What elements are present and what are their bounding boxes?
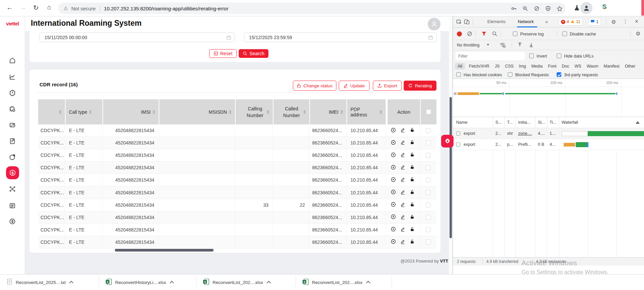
device-toolbar-icon[interactable] bbox=[464, 19, 470, 26]
sidebar-system-icon[interactable] bbox=[9, 105, 16, 113]
has-blocked-cookies-checkbox[interactable] bbox=[456, 72, 461, 77]
forward-icon[interactable]: → bbox=[19, 4, 26, 11]
search-network-icon[interactable] bbox=[492, 31, 497, 37]
edit-icon[interactable] bbox=[400, 227, 405, 233]
col-calling-number[interactable]: Calling Number bbox=[235, 99, 273, 124]
edit-icon[interactable] bbox=[400, 165, 405, 171]
chip[interactable]: Wasm bbox=[584, 63, 601, 70]
network-settings-icon[interactable]: ⚙ bbox=[636, 30, 640, 37]
date-from-input[interactable] bbox=[45, 35, 200, 40]
edit-icon[interactable] bbox=[400, 239, 405, 245]
unlock-icon[interactable] bbox=[410, 152, 415, 158]
col-called-number[interactable]: Called Number bbox=[273, 99, 309, 124]
sidebar-home-icon[interactable] bbox=[9, 57, 16, 64]
row-checkbox[interactable] bbox=[426, 178, 431, 183]
horizontal-scrollbar[interactable] bbox=[115, 249, 214, 252]
unlock-icon[interactable] bbox=[410, 140, 415, 146]
download-caret-icon[interactable] bbox=[170, 281, 174, 285]
view-icon[interactable] bbox=[391, 189, 396, 196]
edit-icon[interactable] bbox=[400, 127, 405, 133]
home-icon[interactable]: ⌂ bbox=[47, 3, 51, 11]
cdr-row[interactable]: CDCYPK... E - LTE 452048822815434 862366… bbox=[38, 124, 436, 137]
download-caret-icon[interactable] bbox=[267, 281, 271, 285]
unlock-icon[interactable] bbox=[410, 127, 415, 133]
grid-col-status[interactable]: S... bbox=[495, 120, 502, 125]
chip[interactable]: Media bbox=[529, 63, 545, 70]
key-icon[interactable] bbox=[511, 6, 517, 11]
edit-icon[interactable] bbox=[400, 140, 405, 146]
tab-elements[interactable]: Elements bbox=[487, 19, 505, 24]
devtools-settings-icon[interactable]: ⚙ bbox=[611, 19, 616, 25]
update-button[interactable]: Update bbox=[339, 81, 370, 91]
view-icon[interactable] bbox=[391, 239, 396, 245]
sidebar-analytics-icon[interactable] bbox=[9, 73, 16, 81]
row-checkbox[interactable] bbox=[426, 165, 431, 170]
sidebar-disc-icon[interactable] bbox=[9, 154, 16, 161]
view-icon[interactable] bbox=[391, 214, 396, 220]
request-checkbox[interactable] bbox=[456, 131, 460, 135]
devtools-menu-icon[interactable]: ⋮ bbox=[623, 18, 628, 24]
disable-cache-checkbox[interactable] bbox=[562, 31, 567, 36]
zoom-out-icon[interactable] bbox=[522, 6, 528, 11]
blocked-icon[interactable] bbox=[534, 6, 540, 11]
grid-col-initiator[interactable]: Initia... bbox=[518, 120, 531, 125]
date-from-field[interactable] bbox=[39, 32, 235, 42]
inspect-icon[interactable] bbox=[456, 19, 462, 26]
download-item[interactable]: X ReconvertList_202....xlsx bbox=[302, 275, 370, 290]
view-icon[interactable] bbox=[391, 165, 396, 171]
chip[interactable]: JS bbox=[492, 63, 502, 70]
request-row[interactable]: export 2... xhr zone.... 4.... 1... bbox=[453, 128, 644, 139]
invert-checkbox[interactable] bbox=[529, 54, 534, 58]
clear-icon[interactable] bbox=[467, 31, 472, 37]
sidebar-sim-icon[interactable] bbox=[9, 121, 16, 129]
cdr-row[interactable]: CDCYPK... E - LTE 452048822815434 862366… bbox=[38, 174, 436, 186]
more-tabs-icon[interactable]: » bbox=[545, 19, 548, 24]
row-checkbox[interactable] bbox=[426, 215, 431, 220]
request-row[interactable]: export 2... p... Prefli... 0 B 4... bbox=[453, 139, 644, 150]
grid-col-name[interactable]: Name bbox=[456, 120, 467, 125]
bookmark-star-icon[interactable] bbox=[557, 6, 562, 11]
view-icon[interactable] bbox=[391, 226, 396, 233]
chip[interactable]: Manifest bbox=[601, 63, 622, 70]
record-icon[interactable] bbox=[457, 31, 462, 36]
timeline-overview[interactable]: 50 ms 100 ms 150 ms bbox=[453, 79, 644, 117]
cdr-row[interactable]: CDCYPK... E - LTE 452048822815434 33 22 … bbox=[38, 199, 436, 211]
grid-col-size[interactable]: Si... bbox=[538, 120, 545, 125]
user-avatar[interactable] bbox=[428, 18, 440, 30]
grid-col-waterfall[interactable]: Waterfall bbox=[562, 120, 578, 125]
blocked-requests-checkbox[interactable] bbox=[508, 72, 512, 77]
cdr-row[interactable]: CDCYPK... E - LTE 452048822815434 862366… bbox=[38, 186, 436, 199]
scrollbar-thumb[interactable] bbox=[450, 97, 452, 238]
col-imei[interactable]: IMEI bbox=[309, 99, 346, 124]
col-imsi[interactable]: IMSI bbox=[102, 99, 159, 124]
third-party-checkbox[interactable] bbox=[557, 72, 561, 77]
edit-icon[interactable] bbox=[400, 177, 405, 183]
sidebar-revenue-icon[interactable]: $ bbox=[9, 218, 16, 225]
reset-button[interactable]: Reset bbox=[209, 49, 237, 58]
row-checkbox[interactable] bbox=[426, 202, 431, 207]
row-checkbox[interactable] bbox=[426, 239, 431, 245]
throttling-select[interactable]: No throttling bbox=[457, 43, 479, 47]
issues-badge[interactable]: 1 bbox=[588, 18, 601, 25]
chip[interactable]: Img bbox=[516, 63, 529, 70]
view-icon[interactable] bbox=[391, 140, 396, 146]
sidebar-integration-icon[interactable] bbox=[9, 185, 16, 193]
col-msisdn[interactable]: MSISDN bbox=[159, 99, 235, 124]
row-checkbox[interactable] bbox=[426, 128, 431, 133]
unlock-icon[interactable] bbox=[410, 190, 415, 196]
preserve-log-checkbox[interactable] bbox=[513, 31, 517, 36]
unlock-icon[interactable] bbox=[410, 214, 415, 220]
chip[interactable]: CSS bbox=[502, 63, 516, 70]
filter-icon[interactable] bbox=[481, 31, 487, 37]
chip[interactable]: Doc bbox=[559, 63, 572, 70]
download-item[interactable]: ReconvertList_2025....txt bbox=[7, 275, 73, 290]
extension-s-icon[interactable]: S bbox=[602, 3, 607, 10]
download-item[interactable]: X ReconvertList_202....xlsx bbox=[203, 275, 271, 290]
network-filter-input[interactable] bbox=[456, 52, 525, 60]
unlock-icon[interactable] bbox=[410, 239, 415, 245]
view-icon[interactable] bbox=[391, 202, 396, 208]
row-checkbox[interactable] bbox=[426, 227, 431, 232]
cdr-row[interactable]: CDCYPK... E - LTE 452048822815434 862366… bbox=[38, 211, 436, 224]
row-checkbox[interactable] bbox=[426, 153, 431, 158]
date-to-input[interactable] bbox=[249, 35, 403, 40]
